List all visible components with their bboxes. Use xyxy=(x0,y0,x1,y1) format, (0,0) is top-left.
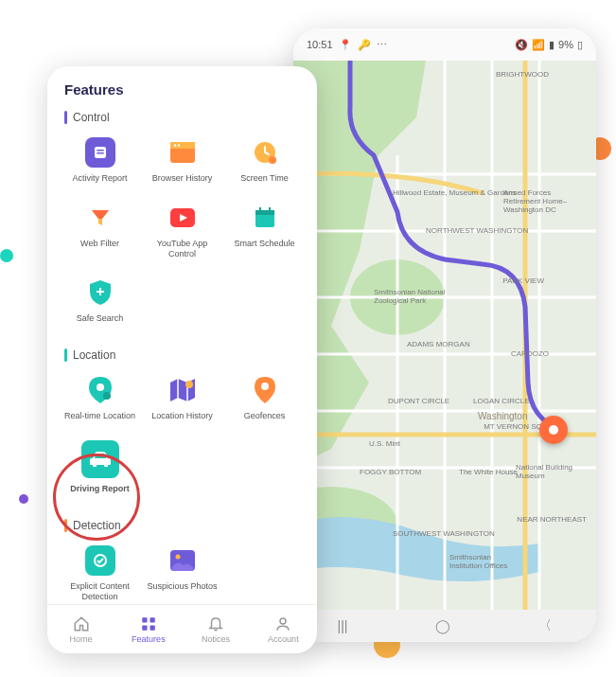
section-location: Location xyxy=(55,341,309,367)
svg-rect-38 xyxy=(150,617,154,622)
map-label: Hillwood Estate, Museum & Gardens xyxy=(393,188,517,197)
tile-realtime-location[interactable]: Real-time Location xyxy=(61,367,139,431)
section-title: Detection xyxy=(73,519,121,532)
youtube-icon xyxy=(167,203,198,233)
tile-label: Screen Time xyxy=(240,173,289,184)
map-label: Armed Forces Retirement Home–Washington … xyxy=(503,188,589,214)
map-label: Washington xyxy=(478,411,527,421)
svg-point-29 xyxy=(103,392,111,400)
tile-suspicious-photos[interactable]: Suspicious Photos xyxy=(143,538,221,604)
geofence-icon xyxy=(250,375,280,405)
map-label: CARDOZO xyxy=(511,349,549,358)
shield-icon xyxy=(85,277,115,308)
tile-activity-report[interactable]: Activity Report xyxy=(61,130,139,193)
status-bar: 10:51 📍 🔑 ⋯ 🔇 📶 ▮ 9% ▯ xyxy=(293,28,596,61)
map-pin-icon[interactable] xyxy=(539,416,568,444)
tile-label: Real-time Location xyxy=(64,411,135,421)
features-scroll[interactable]: Control Activity Report Browser History … xyxy=(47,103,317,604)
map-label: DUPONT CIRCLE xyxy=(388,397,449,405)
user-icon xyxy=(274,615,291,632)
nav-features[interactable]: Features xyxy=(114,605,182,653)
map-label: LOGAN CIRCLE xyxy=(473,397,530,405)
bell-icon xyxy=(207,615,224,632)
tile-safe-search[interactable]: Safe Search xyxy=(61,270,139,333)
svg-point-36 xyxy=(175,554,180,559)
nav-account[interactable]: Account xyxy=(250,605,317,653)
svg-point-33 xyxy=(104,460,107,463)
car-icon xyxy=(81,440,119,478)
svg-rect-40 xyxy=(150,625,154,630)
tile-label: Web Filter xyxy=(80,239,119,249)
section-bar-icon xyxy=(64,519,67,532)
map-icon xyxy=(167,375,198,405)
svg-point-28 xyxy=(97,383,104,391)
map-label: PARK VIEW xyxy=(502,276,544,285)
tile-label: Explicit Content Detection xyxy=(62,581,137,602)
mute-icon: 🔇 xyxy=(515,39,528,51)
tile-youtube-control[interactable]: YouTube App Control xyxy=(143,195,221,269)
nav-notices[interactable]: Notices xyxy=(183,605,250,653)
bottom-nav: Home Features Notices Account xyxy=(47,604,317,653)
home-button[interactable]: ◯ xyxy=(435,618,450,633)
nav-label: Account xyxy=(268,634,299,644)
svg-rect-16 xyxy=(97,152,104,154)
photo-icon xyxy=(167,545,198,576)
tile-explicit-content[interactable]: Explicit Content Detection xyxy=(61,538,139,604)
section-control: Control xyxy=(55,103,309,130)
svg-rect-39 xyxy=(142,625,147,630)
android-nav: ||| ◯ 〈 xyxy=(293,610,596,642)
decor-dot-purple xyxy=(19,494,28,504)
tile-label: YouTube App Control xyxy=(145,239,220,259)
section-title: Location xyxy=(73,348,115,362)
signal-icon: ▮ xyxy=(549,39,554,51)
tile-screen-time[interactable]: Screen Time xyxy=(225,130,304,193)
recents-button[interactable]: ||| xyxy=(338,618,348,633)
section-bar-icon xyxy=(64,111,67,124)
map-label: NEAR NORTHEAST xyxy=(517,515,587,524)
map-label: NORTHWEST WASHINGTON xyxy=(426,226,528,235)
tile-driving-report[interactable]: Driving Report xyxy=(61,433,139,504)
back-button[interactable]: 〈 xyxy=(538,617,552,634)
svg-point-32 xyxy=(93,460,96,463)
map-label: SOUTHWEST WASHINGTON xyxy=(393,529,495,538)
tile-geofences[interactable]: Geofences xyxy=(225,367,304,431)
map-label: The White House xyxy=(459,468,518,476)
svg-rect-26 xyxy=(259,207,261,212)
report-icon xyxy=(85,137,115,168)
target-icon xyxy=(85,545,115,576)
svg-rect-15 xyxy=(97,150,104,151)
section-detection: Detection xyxy=(55,511,309,538)
map-label: FOGGY BOTTOM xyxy=(360,468,421,476)
nav-label: Notices xyxy=(202,634,230,644)
tile-browser-history[interactable]: Browser History xyxy=(143,130,221,193)
pin-icon: 📍 xyxy=(339,39,352,51)
svg-point-20 xyxy=(177,144,179,146)
grid-icon xyxy=(140,615,157,632)
map-label: Smithsonian National Zoological Park xyxy=(374,288,459,305)
svg-point-30 xyxy=(185,381,193,388)
svg-rect-27 xyxy=(269,207,271,212)
clock-icon xyxy=(250,137,280,168)
tile-label: Geofences xyxy=(244,411,286,421)
svg-point-19 xyxy=(173,144,175,146)
tile-web-filter[interactable]: Web Filter xyxy=(61,195,139,269)
map-label: BRIGHTWOOD xyxy=(496,70,549,79)
nav-home[interactable]: Home xyxy=(47,605,114,653)
tile-label: Location History xyxy=(151,411,213,421)
decor-dot-teal xyxy=(0,249,13,262)
svg-point-41 xyxy=(280,618,286,624)
wifi-icon: 📶 xyxy=(532,39,545,51)
tile-label: Activity Report xyxy=(72,173,127,184)
filter-icon xyxy=(85,203,115,233)
tile-smart-schedule[interactable]: Smart Schedule xyxy=(225,195,304,269)
key-icon: 🔑 xyxy=(358,39,371,51)
map-label: Smithsonian Institution Offices xyxy=(449,553,525,570)
map-canvas[interactable]: BRIGHTWOOD Hillwood Estate, Museum & Gar… xyxy=(293,61,596,610)
tile-label: Driving Report xyxy=(70,484,130,494)
nav-label: Home xyxy=(70,634,93,644)
home-icon xyxy=(73,615,90,632)
battery-icon: ▯ xyxy=(577,39,583,51)
phone-app: Features Control Activity Report Browser… xyxy=(47,66,317,653)
tile-location-history[interactable]: Location History xyxy=(143,367,221,431)
section-title: Control xyxy=(73,111,110,124)
